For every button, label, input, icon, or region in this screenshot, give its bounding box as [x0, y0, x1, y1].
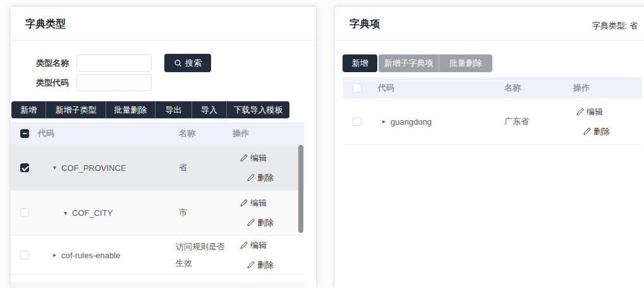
expand-arrow-icon[interactable]: ▸ — [382, 118, 386, 125]
row-code: guangdong — [391, 116, 432, 126]
pencil-icon — [247, 261, 255, 268]
row-checkbox[interactable] — [20, 251, 29, 260]
dict-item-panel-header: 字典项 字典类型: 省 — [335, 7, 644, 41]
delete-link[interactable]: 删除 — [247, 217, 274, 229]
row-actions: 删除 编辑 删除 — [240, 239, 274, 270]
pencil-icon — [583, 127, 591, 135]
batch-delete-items-button[interactable]: 批量删除 — [439, 54, 492, 72]
delete-link[interactable]: 删除 — [247, 172, 274, 183]
current-dict-type-label: 字典类型: — [592, 21, 628, 30]
current-dict-type: 字典类型: 省 — [592, 20, 638, 32]
expand-arrow-icon[interactable]: ▸ — [53, 252, 56, 258]
export-button[interactable]: 导出 — [155, 101, 191, 118]
download-import-template-button[interactable]: 下载导入模板 — [226, 101, 289, 118]
edit-link[interactable]: 编辑 — [576, 106, 610, 117]
type-name-form-row: 类型名称 — [35, 54, 152, 72]
row-actions: 编辑 删除 — [576, 106, 610, 137]
type-code-input[interactable] — [76, 74, 152, 91]
dict-item-table-header: 代码 名称 操作 — [343, 77, 641, 98]
type-name-label: 类型名称 — [35, 58, 69, 69]
pencil-icon — [576, 108, 584, 115]
edit-link[interactable]: 编辑 — [240, 197, 274, 209]
actions-column-header: 操作 — [573, 82, 590, 94]
code-column-header: 代码 — [38, 128, 54, 139]
table-scrollbar-thumb[interactable] — [298, 145, 303, 233]
row-name: 省 — [179, 162, 187, 173]
code-cell: ▾ COF_PROVINCE — [53, 163, 126, 172]
add-sub-item-button[interactable]: 新增子字典项 — [379, 54, 439, 72]
pencil-icon — [247, 219, 255, 227]
row-checkbox[interactable] — [353, 117, 361, 126]
select-all-checkbox[interactable] — [353, 84, 361, 92]
add-button[interactable]: 新增 — [11, 101, 46, 118]
code-cell: ▸ guangdong — [382, 116, 432, 126]
search-button[interactable]: 搜索 — [164, 54, 211, 72]
row-code: COF_PROVINCE — [61, 163, 126, 172]
collapse-arrow-icon[interactable]: ▾ — [64, 210, 67, 216]
pencil-icon — [247, 173, 255, 181]
type-code-label: 类型代码 — [35, 77, 69, 89]
import-button[interactable]: 导入 — [191, 101, 226, 118]
add-item-button[interactable]: 新增 — [343, 54, 377, 72]
row-code: COF_CITY — [72, 208, 112, 218]
edit-link[interactable]: 编辑 — [240, 152, 274, 163]
pencil-icon — [240, 199, 248, 207]
row-name: 市 — [179, 207, 187, 218]
name-column-header: 名称 — [179, 128, 195, 139]
collapse-arrow-icon[interactable]: ▾ — [53, 165, 56, 171]
dict-type-title: 字典类型 — [25, 18, 66, 31]
row-name: 广东省 — [504, 116, 529, 127]
delete-link[interactable]: 删除 — [583, 125, 610, 137]
table-row-cof-city[interactable]: ▾ COF_CITY 市 编辑 删除 — [11, 191, 304, 235]
select-all-checkbox[interactable] — [20, 129, 29, 138]
dict-item-title: 字典项 — [349, 18, 380, 31]
add-subtype-button[interactable]: 新增子类型 — [46, 101, 106, 118]
edit-link[interactable]: 删除 编辑 — [240, 239, 274, 251]
table-row-guangdong[interactable]: ▸ guangdong 广东省 编辑 删除 — [343, 98, 641, 145]
row-checkbox[interactable] — [20, 163, 29, 172]
table-row-cof-province[interactable]: ▾ COF_PROVINCE 省 编辑 删除 — [11, 144, 304, 191]
row-name: 访问规则是否生效 — [176, 239, 229, 272]
type-code-form-row: 类型代码 — [35, 73, 152, 92]
next-row-partial — [11, 282, 304, 288]
row-code: cof-rules-enable — [61, 250, 120, 260]
actions-column-header: 操作 — [233, 128, 249, 139]
name-column-header: 名称 — [504, 82, 521, 94]
current-dict-type-value: 省 — [629, 21, 638, 30]
search-icon — [174, 59, 182, 67]
delete-link[interactable]: 删除 — [247, 259, 274, 270]
type-name-input[interactable] — [76, 54, 152, 72]
dict-item-panel: 字典项 字典类型: 省 新增 新增子字典项 批量删除 代码 名称 操作 ▸ gu… — [335, 6, 644, 288]
search-button-label: 搜索 — [185, 58, 202, 69]
dict-type-table-header: 代码 名称 操作 — [11, 122, 304, 144]
row-checkbox[interactable] — [20, 208, 29, 217]
code-cell: ▾ COF_CITY — [64, 208, 112, 218]
dict-type-toolbar: 新增 新增子类型 批量删除 导出 导入 下载导入模板 — [11, 101, 289, 118]
page: 字典类型 类型名称 搜索 类型代码 新增 新增子类型 批量删除 导出 导入 下载… — [0, 0, 644, 288]
code-column-header: 代码 — [378, 82, 394, 94]
row-actions: 编辑 删除 — [240, 197, 274, 229]
pencil-icon — [240, 154, 248, 161]
code-cell: ▸ cof-rules-enable — [53, 250, 120, 260]
dict-type-panel: 字典类型 类型名称 搜索 类型代码 新增 新增子类型 批量删除 导出 导入 下载… — [11, 6, 316, 288]
dict-item-toolbar: 新增 新增子字典项 批量删除 — [343, 54, 492, 72]
batch-delete-button[interactable]: 批量删除 — [106, 101, 155, 118]
dict-type-panel-header: 字典类型 — [11, 7, 316, 41]
pencil-icon — [240, 241, 248, 249]
row-actions: 编辑 删除 — [240, 152, 274, 183]
table-row-cof-rules-enable[interactable]: ▸ cof-rules-enable 访问规则是否生效 删除 编辑 删除 — [11, 235, 304, 275]
